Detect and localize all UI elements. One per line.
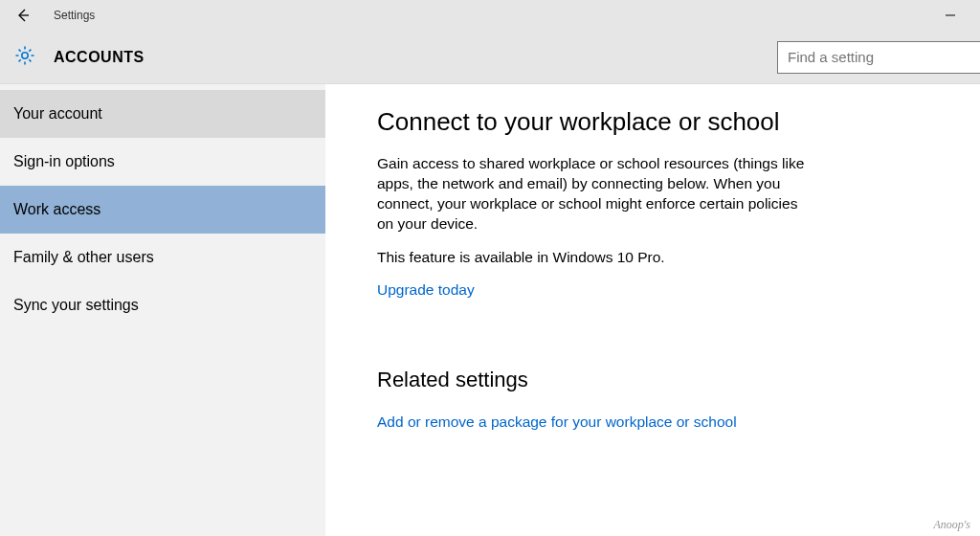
back-arrow-icon bbox=[15, 8, 31, 23]
sidebar-item-label: Family & other users bbox=[13, 249, 154, 266]
minimize-button[interactable] bbox=[928, 0, 972, 31]
main-content: Connect to your workplace or school Gain… bbox=[325, 84, 980, 536]
page-heading: Connect to your workplace or school bbox=[377, 107, 980, 137]
gear-icon bbox=[13, 44, 36, 70]
header: ACCOUNTS bbox=[0, 31, 980, 84]
section-title: ACCOUNTS bbox=[54, 49, 145, 66]
sidebar-item-sync-your-settings[interactable]: Sync your settings bbox=[0, 281, 325, 329]
sidebar-item-label: Work access bbox=[13, 201, 100, 218]
window-title: Settings bbox=[54, 9, 95, 22]
window-controls bbox=[928, 0, 972, 31]
body: Your account Sign-in options Work access… bbox=[0, 84, 980, 536]
description-text: Gain access to shared workplace or schoo… bbox=[377, 154, 817, 234]
related-settings-link[interactable]: Add or remove a package for your workpla… bbox=[377, 413, 980, 431]
minimize-icon bbox=[946, 11, 955, 20]
sidebar-item-sign-in-options[interactable]: Sign-in options bbox=[0, 138, 325, 186]
sidebar-item-label: Sign-in options bbox=[13, 153, 115, 170]
related-settings-heading: Related settings bbox=[377, 368, 980, 392]
availability-text: This feature is available in Windows 10 … bbox=[377, 248, 817, 268]
upgrade-link[interactable]: Upgrade today bbox=[377, 281, 980, 299]
watermark: Anoop's bbox=[933, 518, 970, 532]
svg-point-2 bbox=[22, 53, 28, 58]
sidebar-item-family-other-users[interactable]: Family & other users bbox=[0, 234, 325, 281]
sidebar-item-label: Sync your settings bbox=[13, 297, 139, 314]
sidebar: Your account Sign-in options Work access… bbox=[0, 84, 325, 536]
sidebar-item-label: Your account bbox=[13, 105, 102, 123]
search-input[interactable] bbox=[777, 41, 980, 74]
sidebar-item-your-account[interactable]: Your account bbox=[0, 90, 325, 138]
sidebar-item-work-access[interactable]: Work access bbox=[0, 186, 325, 234]
back-button[interactable] bbox=[8, 0, 38, 31]
search-container bbox=[777, 41, 980, 74]
titlebar: Settings bbox=[0, 0, 980, 31]
